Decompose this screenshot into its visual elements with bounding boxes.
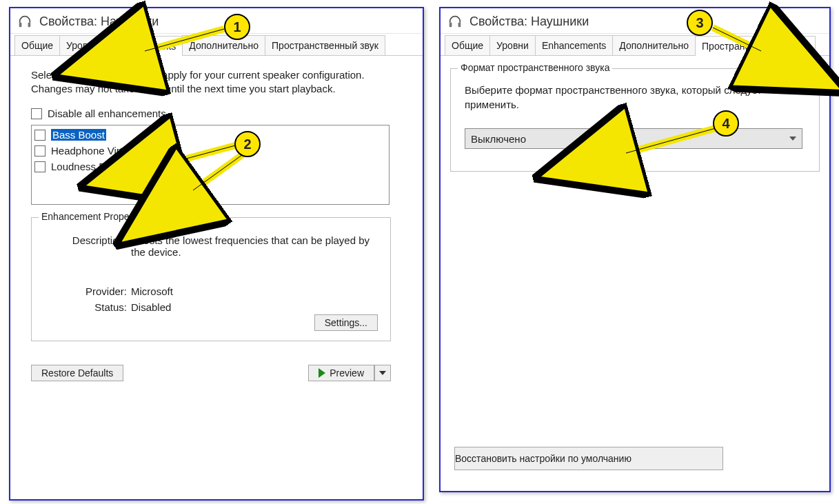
svg-rect-0 — [19, 23, 22, 27]
svg-rect-1 — [28, 23, 31, 27]
tab-levels[interactable]: Уровни — [489, 35, 536, 55]
tab-bar: Общие Уровни Enhancements Дополнительно … — [441, 34, 829, 56]
headphones-icon — [447, 14, 463, 29]
status-value: Disabled — [131, 301, 378, 313]
tab-content: Select the enhancements to apply for you… — [10, 56, 423, 394]
dialog-titlebar: Свойства: Наушники — [10, 8, 423, 34]
desc-value: Boosts the lowest frequencies that can b… — [131, 234, 378, 258]
callout-3: 3 — [687, 10, 713, 36]
dialog-titlebar: Свойства: Наушники — [441, 8, 829, 34]
tab-advanced[interactable]: Дополнительно — [182, 35, 265, 55]
spatial-format-combo[interactable]: Выключено — [465, 128, 802, 149]
enhancements-list[interactable]: Bass Boost Headphone Virtualization Loud… — [31, 125, 390, 205]
callout-2: 2 — [234, 131, 261, 157]
play-icon — [319, 368, 325, 378]
status-label: Status: — [44, 301, 127, 313]
preview-label: Preview — [330, 367, 364, 379]
preview-button[interactable]: Preview — [308, 365, 374, 381]
list-item[interactable]: Loudness Equalization — [34, 159, 386, 174]
svg-rect-2 — [449, 23, 452, 27]
chevron-down-icon — [789, 137, 796, 141]
preview-split-button[interactable] — [374, 365, 391, 381]
tab-advanced[interactable]: Дополнительно — [612, 35, 696, 55]
combo-value: Выключено — [471, 133, 526, 145]
enhancement-checkbox[interactable] — [34, 130, 46, 141]
group-legend: Формат пространственного звука — [458, 62, 612, 73]
list-item[interactable]: Headphone Virtualization — [34, 143, 386, 159]
enhancement-properties-group: Enhancement Properties Description: Boos… — [31, 217, 391, 341]
tab-general[interactable]: Общие — [445, 35, 490, 55]
enhancement-label: Loudness Equalization — [51, 161, 155, 172]
callout-4: 4 — [713, 110, 739, 137]
chevron-down-icon — [379, 371, 386, 375]
group-legend: Enhancement Properties — [39, 211, 150, 222]
spatial-sound-group: Формат пространственного звука Выберите … — [450, 68, 820, 172]
dialog-title: Свойства: Наушники — [39, 14, 159, 29]
headphones-icon — [17, 14, 32, 29]
disable-all-row[interactable]: Disable all enhancements — [31, 108, 410, 119]
dialog-headphones-enhancements: Свойства: Наушники Общие Уровни Enhancem… — [9, 7, 424, 501]
desc-label: Description: — [44, 234, 127, 258]
spatial-instructions: Выберите формат пространственного звука,… — [465, 83, 796, 112]
tab-enhancements[interactable]: Enhancements — [535, 35, 613, 55]
tab-spatial-sound[interactable]: Пространственный звук — [265, 35, 385, 55]
enhancement-checkbox[interactable] — [34, 161, 46, 172]
disable-all-label: Disable all enhancements — [48, 108, 166, 119]
tab-bar: Общие Уровни Enhancements Дополнительно … — [10, 34, 423, 56]
tab-levels[interactable]: Уровни — [59, 35, 105, 55]
svg-rect-3 — [458, 23, 461, 27]
provider-label: Provider: — [44, 285, 127, 297]
restore-defaults-button[interactable]: Восстановить настройки по умолчанию — [454, 447, 723, 470]
tab-enhancements[interactable]: Enhancements — [105, 36, 183, 56]
settings-button[interactable]: Settings... — [314, 314, 378, 331]
enhancement-label: Headphone Virtualization — [51, 145, 166, 157]
list-item[interactable]: Bass Boost — [34, 127, 386, 143]
restore-defaults-button[interactable]: Restore Defaults — [31, 365, 123, 381]
enhancement-label: Bass Boost — [51, 129, 106, 141]
callout-1: 1 — [224, 14, 250, 40]
tab-spatial-sound[interactable]: Пространственный звук — [695, 36, 816, 56]
disable-all-checkbox[interactable] — [31, 108, 42, 119]
enhancement-checkbox[interactable] — [34, 145, 46, 157]
enhancements-description: Select the enhancements to apply for you… — [31, 68, 403, 95]
dialog-headphones-spatial: Свойства: Наушники Общие Уровни Enhancem… — [439, 7, 831, 492]
provider-value: Microsoft — [131, 285, 378, 297]
tab-general[interactable]: Общие — [14, 35, 60, 55]
dialog-title: Свойства: Наушники — [469, 14, 589, 29]
